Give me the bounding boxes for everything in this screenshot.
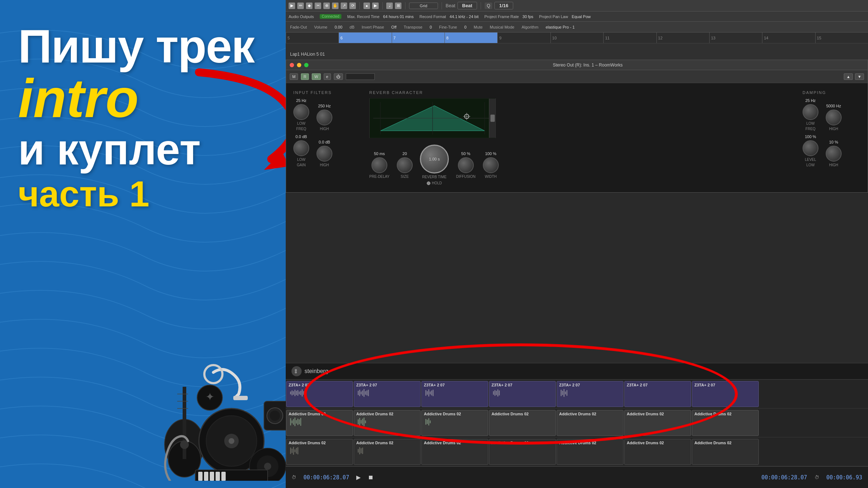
beat-value[interactable]: Beat — [458, 2, 477, 9]
reverb-display — [369, 98, 496, 138]
svg-rect-24 — [210, 472, 214, 481]
pencil-icon[interactable]: ✏ — [297, 3, 304, 9]
width-knob[interactable] — [483, 157, 499, 173]
level-group: 100 % LEVEL LOW — [803, 134, 818, 167]
ruler-5: 5 — [286, 33, 339, 43]
ruler-15: 15 — [815, 33, 868, 43]
drums-clip-7: Addictive Drums 02 — [692, 410, 759, 436]
w-button[interactable]: W — [312, 73, 320, 80]
high-freq-group: 250 Hz HIGH — [316, 104, 332, 131]
scissors-icon[interactable]: ✂ — [315, 3, 321, 9]
play-icon[interactable]: ▶ — [372, 3, 379, 9]
drums2-clip-7: Addictive Drums 02 — [692, 439, 759, 465]
z3ta-track-row: Z3TA+ 2 07 Z3TA+ 2 07 — [286, 380, 868, 408]
separator3 — [405, 2, 405, 9]
quantize-value[interactable]: 1/16 — [494, 2, 513, 9]
r-button[interactable]: R — [301, 73, 309, 80]
separator — [359, 2, 360, 9]
play-btn[interactable]: ▶ — [356, 474, 361, 481]
gain-label: GAIN — [297, 163, 306, 167]
low-gain-knob[interactable] — [293, 140, 309, 156]
reverb-controls-row: 50 ms PRE-DELAY 20 SIZE 1.00 s REVERB TI… — [369, 145, 792, 185]
loop-icon[interactable]: ⟳ — [349, 3, 356, 9]
high-gain-label: HIGH — [320, 163, 329, 167]
size-label: SIZE — [401, 175, 409, 179]
hand-icon[interactable]: ✋ — [332, 3, 339, 9]
steinberg-bar: steinberg — [286, 363, 868, 380]
damp-high-freq: 5000 Hz — [826, 104, 841, 108]
level2-knob[interactable] — [826, 146, 842, 162]
pre-delay-group: 50 ms PRE-DELAY — [369, 151, 390, 179]
reverb-time-label: REVERB TIME — [422, 175, 447, 179]
hold-indicator — [427, 181, 430, 185]
plugin-title: Stereo Out (R): Ins. 1 – RoomWorks — [311, 63, 864, 68]
high-gain-value: 0.0 dB — [319, 140, 330, 144]
m-button[interactable]: M — [290, 73, 298, 80]
frame-rate-item: Project Frame Rate 30 fps — [484, 14, 533, 19]
invert-label: Invert Phase — [362, 25, 384, 29]
ruler-6: 6 — [339, 33, 391, 43]
transpose-value: 0 — [430, 25, 432, 29]
mute-label: Mute — [474, 25, 482, 29]
diffusion-value: 50 % — [461, 151, 470, 156]
stop-btn[interactable]: ⏹ — [368, 474, 374, 481]
lap1-label: Lap1 HALion 5 01 — [290, 52, 325, 57]
damp-low-freq-group: 25 Hz LOW FREQ — [803, 98, 818, 131]
algorithm-label: Algorithm — [522, 25, 538, 29]
up-arrow[interactable]: ▲ — [844, 73, 853, 80]
reverb-time-knob[interactable]: 1.00 s — [420, 145, 449, 174]
drums2-clip-2: Addictive Drums 02 — [354, 439, 421, 465]
width-group: 100 % WIDTH — [483, 151, 499, 179]
ruler-10: 10 — [550, 33, 603, 43]
maximize-button[interactable] — [304, 63, 309, 67]
z3ta-clip-1: Z3TA+ 2 07 — [286, 381, 353, 407]
svg-point-15 — [270, 411, 280, 421]
high-gain-knob[interactable] — [316, 146, 332, 162]
svg-rect-22 — [198, 472, 203, 481]
reverb-character-section: REVERB CHARACTER — [369, 90, 792, 185]
e-button[interactable]: e — [324, 73, 331, 80]
zoom-icon[interactable]: ⊕ — [323, 3, 330, 9]
beat-label: Beat — [446, 3, 455, 8]
metronome-icon[interactable]: ♩ — [386, 3, 393, 9]
drums-track-row-2: Addictive Drums 02 Addictive Drums 02 — [286, 437, 868, 466]
steinberg-name: steinberg — [305, 368, 328, 374]
size-group: 20 SIZE — [397, 151, 413, 179]
low-gain-group: 0.0 dB LOW GAIN — [293, 134, 309, 167]
right-panel: ▶ ✏ ◆ ✂ ⊕ ✋ ↗ ⟳ ● ▶ ♩ ⊞ Grid Beat Beat Q… — [286, 0, 868, 488]
down-arrow[interactable]: ▼ — [855, 73, 864, 80]
quantize-label: Q — [485, 3, 492, 9]
diffusion-knob[interactable] — [458, 157, 474, 173]
z3ta-clip-4: Z3TA+ 2 07 — [489, 381, 556, 407]
low-level-label: LOW — [807, 163, 815, 167]
width-value: 100 % — [485, 151, 496, 156]
diffusion-label: DIFFUSION — [456, 175, 476, 179]
instruments-illustration: ✦ — [141, 343, 286, 481]
plugin-name-input[interactable] — [346, 73, 375, 80]
damp-low-knob[interactable] — [803, 104, 818, 120]
high-freq-knob[interactable] — [316, 110, 332, 125]
ruler-marks: 5 6 7 8 9 10 11 12 13 14 15 — [286, 33, 868, 43]
level-knob[interactable] — [803, 140, 818, 156]
left-panel: Пишу трек intro и куплет часть 1 — [0, 0, 286, 488]
pre-delay-knob[interactable] — [371, 157, 387, 173]
low-freq-knob[interactable] — [293, 104, 309, 120]
size-knob[interactable] — [397, 157, 413, 173]
db-label: dB — [350, 25, 354, 29]
drums2-clip-6: Addictive Drums 02 — [624, 439, 691, 465]
close-button[interactable] — [290, 63, 294, 67]
daw-toolbar: ▶ ✏ ◆ ✂ ⊕ ✋ ↗ ⟳ ● ▶ ♩ ⊞ Grid Beat Beat Q… — [286, 0, 868, 12]
expand-icon[interactable]: ⊞ — [395, 3, 401, 9]
plugin-window: Stereo Out (R): Ins. 1 – RoomWorks M R W… — [286, 60, 868, 193]
eraser-icon[interactable]: ◆ — [306, 3, 312, 9]
svg-point-41 — [295, 371, 297, 373]
minimize-button[interactable] — [297, 63, 301, 67]
svg-point-40 — [295, 369, 297, 371]
damp-high-knob[interactable] — [826, 110, 842, 125]
record-icon[interactable]: ● — [363, 3, 370, 9]
select-tool-icon[interactable]: ▶ — [289, 3, 295, 9]
grid-dropdown[interactable]: Grid — [409, 3, 438, 9]
power-button[interactable]: ⏻ — [334, 73, 343, 80]
arrow-icon[interactable]: ↗ — [341, 3, 347, 9]
drums-clip-4: Addictive Drums 02 — [489, 410, 556, 436]
